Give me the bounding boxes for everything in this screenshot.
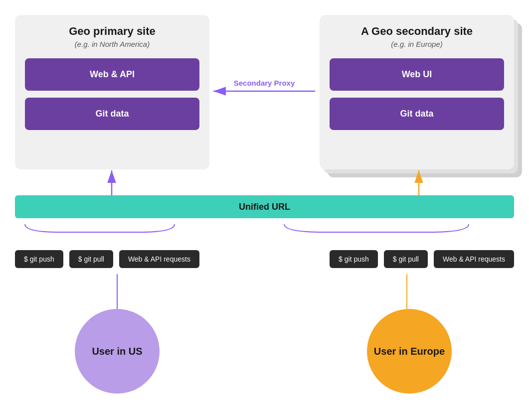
secondary-web-ui-box: Web UI	[330, 58, 504, 91]
primary-git-data-box: Git data	[25, 98, 199, 130]
secondary-site-title: A Geo secondary site	[330, 25, 504, 38]
actions-right-group: $ git push $ git pull Web & API requests	[330, 250, 514, 268]
unified-url-bar: Unified URL	[15, 195, 514, 218]
diagram: Geo primary site (e.g. in North America)…	[0, 0, 529, 420]
user-europe-circle: User in Europe	[367, 309, 452, 394]
actions-left-group: $ git push $ git pull Web & API requests	[15, 250, 199, 268]
user-europe-label: User in Europe	[374, 346, 445, 357]
left-web-api-btn: Web & API requests	[119, 250, 199, 268]
user-us-label: User in US	[92, 346, 142, 357]
user-us-circle: User in US	[75, 309, 160, 394]
secondary-git-data-box: Git data	[330, 98, 504, 130]
right-git-pull-btn: $ git pull	[384, 250, 428, 268]
unified-url-label: Unified URL	[239, 202, 290, 212]
left-git-push-btn: $ git push	[15, 250, 63, 268]
primary-site-box: Geo primary site (e.g. in North America)…	[15, 15, 209, 169]
secondary-site-box: A Geo secondary site (e.g. in Europe) We…	[320, 15, 514, 169]
svg-text:Secondary Proxy: Secondary Proxy	[234, 79, 295, 87]
primary-web-api-box: Web & API	[25, 58, 199, 91]
right-web-api-btn: Web & API requests	[434, 250, 514, 268]
secondary-site-subtitle: (e.g. in Europe)	[330, 40, 504, 48]
primary-site-subtitle: (e.g. in North America)	[25, 40, 199, 48]
right-git-push-btn: $ git push	[330, 250, 378, 268]
primary-site-title: Geo primary site	[25, 25, 199, 38]
left-git-pull-btn: $ git pull	[69, 250, 113, 268]
